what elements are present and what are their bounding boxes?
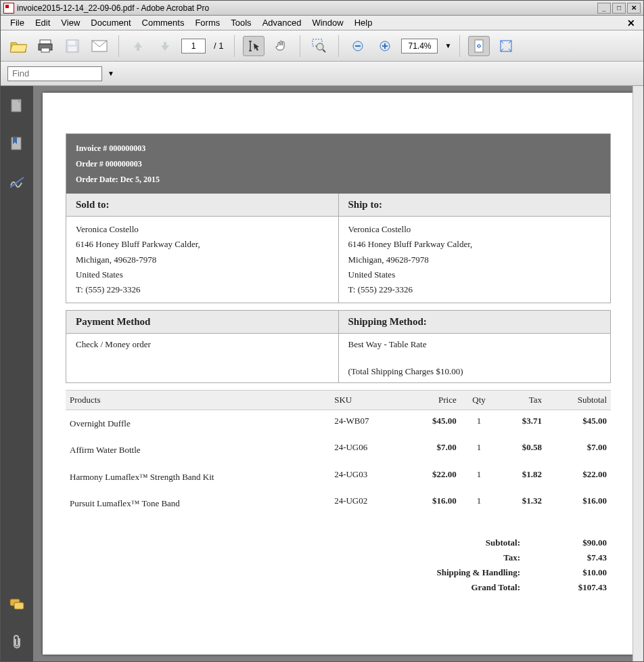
navigation-panel — [1, 86, 33, 661]
menu-advanced[interactable]: Advanced — [257, 18, 307, 28]
ship-to-heading: Ship to: — [339, 194, 611, 216]
sold-to-phone: T: (555) 229-3326 — [76, 282, 329, 297]
bookmarks-panel-button[interactable] — [7, 135, 26, 154]
products-table: Products SKU Price Qty Tax Subtotal Over… — [66, 390, 611, 517]
page-number-input[interactable] — [181, 39, 206, 53]
select-tool-button[interactable] — [243, 36, 264, 56]
open-file-button[interactable] — [7, 36, 29, 56]
find-toolbar: ▼ — [1, 62, 643, 86]
item-sku: 24-UG02 — [330, 490, 405, 516]
col-products: Products — [66, 390, 330, 410]
col-price: Price — [405, 390, 461, 410]
pages-panel-button[interactable] — [7, 97, 26, 116]
menu-document[interactable]: Document — [85, 18, 136, 28]
ship-to-name: Veronica Costello — [348, 222, 601, 237]
bookmark-page-icon — [9, 136, 24, 152]
document-area[interactable]: Invoice # 000000003 Order # 000000003 Or… — [33, 86, 643, 661]
hand-icon — [274, 39, 288, 53]
signatures-panel-button[interactable] — [7, 173, 26, 192]
item-price: $22.00 — [405, 464, 461, 490]
item-name: Affirm Water Bottle — [66, 437, 330, 463]
tax-value: $7.43 — [553, 552, 607, 563]
arrow-down-icon — [159, 40, 171, 52]
comments-panel-button[interactable] — [7, 595, 26, 614]
attachments-panel-button[interactable] — [7, 633, 26, 652]
close-window-button[interactable]: ✕ — [627, 3, 641, 14]
item-tax: $3.71 — [497, 410, 546, 437]
col-qty: Qty — [461, 390, 498, 410]
find-dropdown-caret[interactable]: ▼ — [106, 70, 114, 77]
zoom-dropdown-caret[interactable]: ▼ — [443, 42, 451, 49]
menu-edit[interactable]: Edit — [30, 18, 55, 28]
svg-rect-0 — [40, 40, 51, 44]
table-row: Affirm Water Bottle24-UG06$7.001$0.58$7.… — [66, 437, 611, 463]
fit-page-icon — [499, 39, 513, 53]
signature-icon — [9, 175, 25, 190]
payment-shipping-box: Payment Method Shipping Method: Check / … — [66, 310, 611, 383]
minimize-button[interactable]: _ — [597, 3, 611, 14]
hand-tool-button[interactable] — [270, 36, 292, 56]
comments-icon — [9, 598, 25, 611]
svg-rect-4 — [68, 41, 75, 45]
scroll-mode-button[interactable] — [468, 36, 490, 56]
close-document-button[interactable]: ✕ — [623, 18, 639, 28]
tax-label: Tax: — [398, 552, 520, 563]
sold-to-name: Veronica Costello — [76, 222, 329, 237]
ship-to-region: Michigan, 49628-7978 — [348, 252, 601, 267]
payment-method-heading: Payment Method — [66, 311, 339, 333]
item-price: $45.00 — [405, 410, 461, 437]
vertical-scrollbar[interactable] — [632, 86, 643, 661]
next-page-button[interactable] — [154, 36, 176, 56]
svg-rect-21 — [14, 602, 24, 609]
item-tax: $1.32 — [497, 490, 546, 516]
zoom-in-button[interactable] — [374, 36, 396, 56]
svg-rect-2 — [41, 48, 49, 52]
item-qty: 1 — [461, 437, 498, 463]
menu-tools[interactable]: Tools — [225, 18, 256, 28]
zoom-out-button[interactable] — [347, 36, 369, 56]
order-date: Order Date: Dec 5, 2015 — [76, 172, 601, 187]
prev-page-button[interactable] — [127, 36, 149, 56]
find-input[interactable] — [7, 66, 102, 81]
menu-forms[interactable]: Forms — [189, 18, 225, 28]
menu-help[interactable]: Help — [349, 18, 378, 28]
table-row: Overnight Duffle24-WB07$45.001$3.71$45.0… — [66, 410, 611, 437]
window-title: invoice2015-12-14_22-09-06.pdf - Adobe A… — [17, 3, 596, 13]
totals-block: Subtotal:$90.00 Tax:$7.43 Shipping & Han… — [66, 535, 611, 595]
sold-to-country: United States — [76, 267, 329, 282]
sold-to-heading: Sold to: — [66, 194, 339, 216]
menu-view[interactable]: View — [55, 18, 85, 28]
shipping-method-heading: Shipping Method: — [339, 311, 611, 333]
item-name: Pursuit Lumaflex™ Tone Band — [66, 490, 330, 516]
menubar: File Edit View Document Comments Forms T… — [1, 16, 643, 30]
menu-file[interactable]: File — [5, 18, 30, 28]
magnifier-marquee-icon — [312, 39, 327, 53]
subtotal-value: $90.00 — [553, 537, 607, 548]
email-button[interactable] — [89, 36, 110, 56]
item-qty: 1 — [461, 490, 498, 516]
main-toolbar: / 1 ▼ — [1, 30, 643, 62]
menu-comments[interactable]: Comments — [137, 18, 190, 28]
print-button[interactable] — [34, 36, 56, 56]
menu-window[interactable]: Window — [306, 18, 348, 28]
table-row: Pursuit Lumaflex™ Tone Band24-UG02$16.00… — [66, 490, 611, 516]
maximize-button[interactable]: □ — [612, 3, 626, 14]
save-button[interactable] — [62, 36, 83, 56]
invoice-header: Invoice # 000000003 Order # 000000003 Or… — [66, 134, 610, 194]
page-scroll-icon — [472, 39, 486, 53]
page-thumb-icon — [9, 98, 24, 114]
shipping-total-label: Shipping & Handling: — [398, 567, 520, 578]
sold-to-address: Veronica Costello 6146 Honey Bluff Parkw… — [66, 217, 339, 302]
order-number: Order # 000000003 — [76, 156, 601, 172]
item-price: $16.00 — [405, 490, 461, 516]
ship-to-address: Veronica Costello 6146 Honey Bluff Parkw… — [339, 217, 611, 302]
fit-page-button[interactable] — [495, 36, 517, 56]
marquee-zoom-button[interactable] — [308, 36, 330, 56]
ship-to-phone: T: (555) 229-3326 — [348, 282, 601, 297]
col-sku: SKU — [330, 390, 405, 410]
window-titlebar: invoice2015-12-14_22-09-06.pdf - Adobe A… — [1, 1, 643, 16]
svg-point-8 — [317, 43, 323, 50]
item-price: $7.00 — [405, 437, 461, 463]
item-qty: 1 — [461, 464, 498, 490]
zoom-level-input[interactable] — [401, 39, 438, 53]
